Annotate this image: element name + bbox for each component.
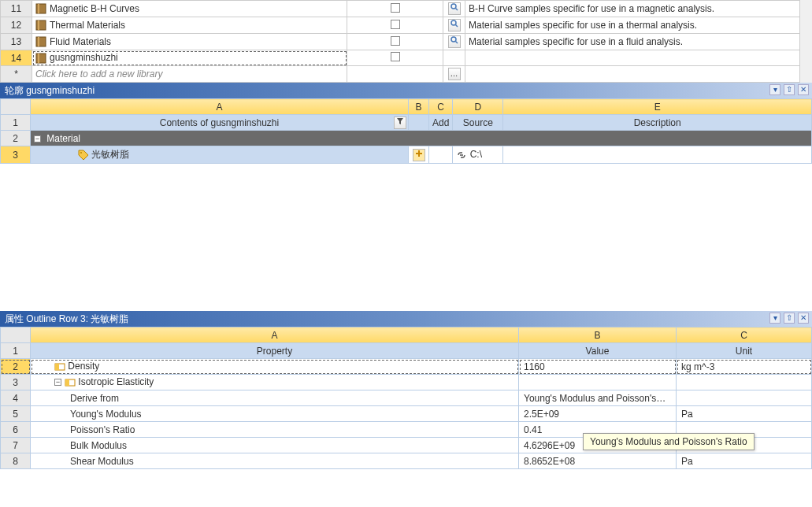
property-name-cell[interactable]: Bulk Modulus bbox=[31, 438, 519, 453]
property-value-cell[interactable] bbox=[519, 375, 677, 390]
col-B-head[interactable]: B bbox=[409, 99, 429, 115]
property-value-cell[interactable]: Young's Modulus and Poisson's… bbox=[519, 390, 677, 406]
col-D-head[interactable]: D bbox=[453, 99, 503, 115]
library-check-cell[interactable] bbox=[347, 1, 443, 17]
property-panel-title: 属性 Outline Row 3: 光敏树脂 ▾ ⇧ ✕ bbox=[0, 311, 812, 327]
rownum: 8 bbox=[1, 453, 31, 469]
property-unit-cell[interactable]: Pa bbox=[677, 453, 812, 469]
property-unit-cell[interactable]: kg m^-3 bbox=[677, 359, 812, 375]
library-name-cell[interactable]: Fluid Materials bbox=[32, 34, 347, 50]
property-row: 2 Density1160kg m^-3 bbox=[1, 359, 812, 375]
close-icon[interactable]: ✕ bbox=[798, 313, 809, 324]
collapse-icon[interactable]: − bbox=[54, 379, 61, 386]
close-icon[interactable]: ✕ bbox=[798, 84, 809, 95]
tooltip: Young's Modulus and Poisson's Ratio bbox=[583, 433, 755, 450]
book-icon bbox=[35, 20, 46, 31]
property-value-cell[interactable]: 8.8652E+08 bbox=[519, 453, 677, 469]
plus-icon[interactable] bbox=[413, 149, 425, 161]
library-check-cell bbox=[347, 66, 443, 83]
magnify-icon[interactable] bbox=[448, 35, 461, 48]
add-material-button[interactable] bbox=[409, 146, 429, 164]
property-row: 5Young's Modulus2.5E+09Pa bbox=[1, 406, 812, 422]
col-E-head[interactable]: E bbox=[503, 99, 812, 115]
prop-col-B-head[interactable]: B bbox=[519, 328, 677, 343]
material-name-cell[interactable]: 光敏树脂 bbox=[31, 146, 409, 164]
col-C-head[interactable]: C bbox=[429, 99, 453, 115]
property-name-cell[interactable]: Poisson's Ratio bbox=[31, 422, 519, 438]
property-value-cell[interactable]: 1160 bbox=[519, 359, 677, 375]
rownum: 5 bbox=[1, 406, 31, 422]
library-check-cell[interactable] bbox=[347, 50, 443, 66]
property-row: 8Shear Modulus8.8652E+08Pa bbox=[1, 453, 812, 469]
source-header: Source bbox=[453, 115, 503, 131]
svg-line-11 bbox=[455, 42, 458, 44]
svg-point-2 bbox=[451, 4, 456, 9]
pin-icon[interactable]: ⇧ bbox=[784, 313, 795, 324]
source-cell[interactable]: C:\ bbox=[453, 146, 503, 164]
pin-icon[interactable]: ⇧ bbox=[784, 84, 795, 95]
svg-point-10 bbox=[451, 37, 456, 42]
outline-title-text: 轮廓 gusngminshuzhi bbox=[5, 85, 95, 96]
property-name-cell[interactable]: Young's Modulus bbox=[31, 406, 519, 422]
checkbox-icon[interactable] bbox=[391, 20, 400, 29]
magnify-icon[interactable] bbox=[448, 19, 461, 31]
book-icon bbox=[35, 36, 46, 47]
svg-point-6 bbox=[451, 20, 456, 25]
library-desc-cell: Material samples specific for use in a f… bbox=[465, 34, 812, 50]
svg-rect-13 bbox=[38, 54, 39, 63]
filter-icon[interactable] bbox=[394, 117, 406, 129]
rownum-star: * bbox=[1, 66, 32, 83]
outline-table: A B C D E 1 Contents of gusngminshuzhi A… bbox=[0, 98, 812, 164]
property-unit-cell[interactable]: Pa bbox=[677, 406, 812, 422]
library-check-cell[interactable] bbox=[347, 17, 443, 34]
link-icon bbox=[456, 150, 467, 161]
desc-cell[interactable] bbox=[503, 146, 812, 164]
checkbox-icon[interactable] bbox=[391, 36, 400, 46]
property-name-cell[interactable]: Density bbox=[31, 359, 519, 375]
library-desc-cell: Material samples specific for use in a t… bbox=[465, 17, 812, 34]
library-name-cell[interactable]: Magnetic B-H Curves bbox=[32, 1, 347, 17]
svg-rect-0 bbox=[36, 4, 46, 13]
material-group-row[interactable]: − Material bbox=[31, 131, 812, 146]
library-row: 14gusngminshuzhi bbox=[1, 50, 812, 66]
library-check-cell[interactable] bbox=[347, 34, 443, 50]
rownum: 6 bbox=[1, 422, 31, 438]
library-name-cell[interactable]: gusngminshuzhi bbox=[32, 50, 347, 66]
dropdown-icon[interactable]: ▾ bbox=[769, 84, 780, 95]
property-value-cell[interactable]: 2.5E+09 bbox=[519, 406, 677, 422]
library-view-cell[interactable] bbox=[443, 1, 465, 17]
library-view-cell[interactable] bbox=[443, 17, 465, 34]
ellipsis-icon[interactable]: … bbox=[448, 68, 461, 80]
prop-row1-num: 1 bbox=[1, 343, 31, 359]
library-view-cell[interactable] bbox=[443, 34, 465, 50]
library-desc-cell: B-H Curve samples specific for use in a … bbox=[465, 1, 812, 17]
property-unit-cell[interactable] bbox=[677, 375, 812, 390]
magnify-icon[interactable] bbox=[448, 2, 461, 15]
library-scrollbar[interactable] bbox=[799, 0, 812, 91]
book-icon bbox=[35, 3, 46, 14]
property-title-text: 属性 Outline Row 3: 光敏树脂 bbox=[5, 313, 128, 324]
checkbox-icon[interactable] bbox=[391, 52, 400, 61]
library-add-row: * Click here to add a new library … bbox=[1, 66, 812, 83]
prop-col-A-head[interactable]: A bbox=[31, 328, 519, 343]
library-name-cell[interactable]: Thermal Materials bbox=[32, 17, 347, 34]
rownum: 11 bbox=[1, 1, 32, 17]
property-name-cell[interactable]: Shear Modulus bbox=[31, 453, 519, 469]
col-A-head[interactable]: A bbox=[31, 99, 409, 115]
rownum: 2 bbox=[1, 359, 31, 375]
checkbox-icon[interactable] bbox=[391, 3, 400, 13]
library-browse-cell[interactable]: … bbox=[443, 66, 465, 83]
collapse-icon[interactable]: − bbox=[34, 135, 41, 142]
prop-col-C-head[interactable]: C bbox=[677, 328, 812, 343]
dropdown-icon[interactable]: ▾ bbox=[769, 313, 780, 324]
add-library-cell[interactable]: Click here to add a new library bbox=[32, 66, 347, 83]
property-name-cell[interactable]: Derive from bbox=[31, 390, 519, 406]
property-name-cell[interactable]: − Isotropic Elasticity bbox=[31, 375, 519, 390]
desc-header: Description bbox=[503, 115, 812, 131]
svg-rect-9 bbox=[38, 37, 39, 46]
library-desc-cell bbox=[465, 50, 812, 66]
property-unit-cell[interactable] bbox=[677, 390, 812, 406]
library-view-cell[interactable] bbox=[443, 50, 465, 66]
rownum: 4 bbox=[1, 390, 31, 406]
svg-line-3 bbox=[455, 9, 458, 11]
